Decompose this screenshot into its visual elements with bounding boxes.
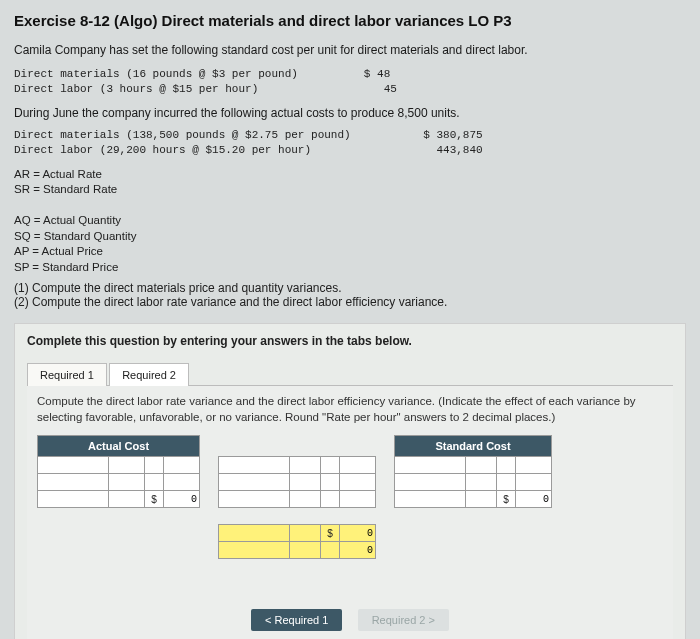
legend-sq: SQ = Standard Quantity <box>14 229 686 245</box>
input-standard-total[interactable] <box>516 491 551 507</box>
legend-sp: SP = Standard Price <box>14 260 686 276</box>
actual-cost-block: Direct materials (138,500 pounds @ $2.75… <box>14 128 686 159</box>
question-prompt: Compute the direct labor rate variance a… <box>37 394 663 425</box>
input-variance-1[interactable] <box>340 525 375 541</box>
page-title: Exercise 8-12 (Algo) Direct materials an… <box>14 12 686 29</box>
input-variance-2[interactable] <box>340 542 375 558</box>
task-1: (1) Compute the direct materials price a… <box>14 281 686 295</box>
intro-text: Camila Company has set the following sta… <box>14 43 686 57</box>
act-line1: Direct materials (138,500 pounds @ $2.75… <box>14 129 483 141</box>
legend-sr: SR = Standard Rate <box>14 182 686 198</box>
dollar-sign-left: $ <box>145 491 164 508</box>
standard-cost-block: Direct materials (16 pounds @ $3 per pou… <box>14 67 686 98</box>
std-line2: Direct labor (3 hours @ $15 per hour) 45 <box>14 83 397 95</box>
tab-bar: Required 1 Required 2 <box>27 362 673 385</box>
dollar-sign-mid: $ <box>321 525 340 542</box>
task-2: (2) Compute the direct labor rate varian… <box>14 295 686 309</box>
act-line2: Direct labor (29,200 hours @ $15.20 per … <box>14 144 483 156</box>
tab-required-2[interactable]: Required 2 <box>109 363 189 386</box>
prev-button[interactable]: < Required 1 <box>251 609 342 631</box>
std-line1: Direct materials (16 pounds @ $3 per pou… <box>14 68 390 80</box>
legend-ar: AR = Actual Rate <box>14 167 686 183</box>
dollar-sign-right: $ <box>497 491 516 508</box>
answer-panel: Complete this question by entering your … <box>14 323 686 639</box>
tasks-block: (1) Compute the direct materials price a… <box>14 281 686 309</box>
next-button[interactable]: Required 2 > <box>358 609 449 631</box>
legend-aq: AQ = Actual Quantity <box>14 213 686 229</box>
input-actual-total[interactable] <box>164 491 199 507</box>
during-text: During June the company incurred the fol… <box>14 106 686 120</box>
worksheet-area: Actual Cost Standard Cost <box>37 435 663 595</box>
header-actual-cost: Actual Cost <box>38 436 200 457</box>
legend-ap: AP = Actual Price <box>14 244 686 260</box>
panel-heading: Complete this question by entering your … <box>27 334 673 348</box>
nav-row: < Required 1 Required 2 > <box>37 609 663 631</box>
tab-content: Compute the direct labor rate variance a… <box>27 385 673 639</box>
worksheet-table: Actual Cost Standard Cost <box>37 435 552 559</box>
tab-required-1[interactable]: Required 1 <box>27 363 107 386</box>
header-standard-cost: Standard Cost <box>395 436 552 457</box>
legend-block: AR = Actual Rate SR = Standard Rate AQ =… <box>14 167 686 276</box>
